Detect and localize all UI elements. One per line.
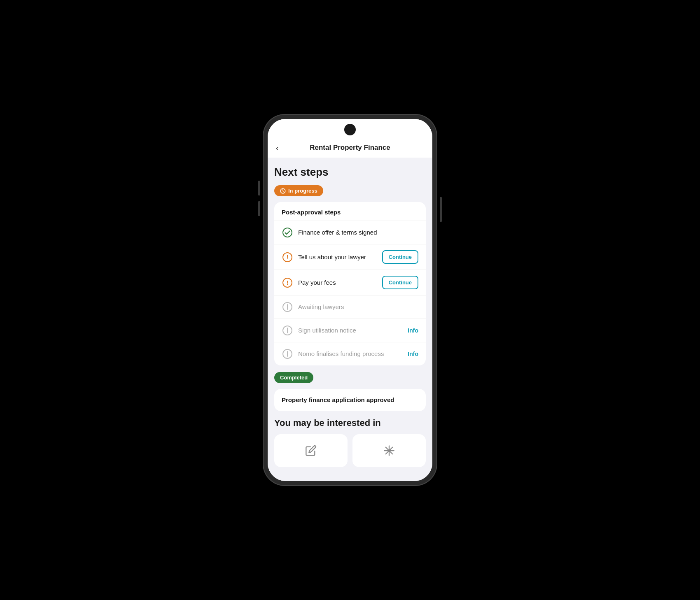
clock-icon xyxy=(280,188,286,194)
step-label-awaiting-lawyers: Awaiting lawyers xyxy=(298,303,418,311)
pending-lawyers-icon xyxy=(282,301,293,313)
back-button[interactable]: ‹ xyxy=(276,143,279,153)
completed-badge: Completed xyxy=(274,372,313,383)
step-label-sign-utilisation: Sign utilisation notice xyxy=(298,326,403,335)
step-pay-fees: ! Pay your fees Continue xyxy=(274,270,426,295)
step-finance-offer: Finance offer & terms signed xyxy=(274,221,426,244)
volume-up-button xyxy=(258,181,260,195)
phone-screen: ‹ Rental Property Finance Next steps In … xyxy=(268,119,432,481)
post-approval-card: Post-approval steps Finance offer & term… xyxy=(274,202,426,365)
phone-frame: ‹ Rental Property Finance Next steps In … xyxy=(264,115,436,485)
step-label-tell-lawyer: Tell us about your lawyer xyxy=(298,253,377,261)
step-nomo-finalises: Nomo finalises funding process Info xyxy=(274,342,426,365)
pending-utilisation-icon xyxy=(282,325,293,336)
volume-down-button xyxy=(258,201,260,216)
step-tell-lawyer: ! Tell us about your lawyer Continue xyxy=(274,244,426,270)
main-content: Next steps In progress Post-approval ste… xyxy=(268,158,432,481)
completed-card-title: Property finance application approved xyxy=(282,396,394,403)
interest-card-1[interactable] xyxy=(274,434,348,467)
camera-notch xyxy=(344,124,356,135)
warning-fees-icon: ! xyxy=(282,277,293,288)
interest-card-2[interactable] xyxy=(352,434,426,467)
completed-card: Property finance application approved xyxy=(274,389,426,411)
step-label-nomo-finalises: Nomo finalises funding process xyxy=(298,350,403,358)
card-header: Post-approval steps xyxy=(274,202,426,221)
svg-point-1 xyxy=(283,228,292,237)
step-label-pay-fees: Pay your fees xyxy=(298,279,377,287)
svg-text:!: ! xyxy=(287,254,289,260)
app-header: ‹ Rental Property Finance xyxy=(268,140,432,158)
status-bar xyxy=(268,119,432,140)
in-progress-label: In progress xyxy=(288,188,317,194)
warning-lawyer-icon: ! xyxy=(282,251,293,263)
interest-cards-row xyxy=(274,434,426,467)
in-progress-badge: In progress xyxy=(274,185,426,202)
next-steps-title: Next steps xyxy=(274,166,426,179)
info-utilisation-link[interactable]: Info xyxy=(408,327,418,334)
continue-lawyer-button[interactable]: Continue xyxy=(382,250,418,264)
pending-nomo-icon xyxy=(282,348,293,360)
step-sign-utilisation: Sign utilisation notice Info xyxy=(274,319,426,342)
svg-text:!: ! xyxy=(287,279,289,286)
completed-badge-wrapper: Completed xyxy=(274,372,426,389)
continue-fees-button[interactable]: Continue xyxy=(382,276,418,289)
info-nomo-link[interactable]: Info xyxy=(408,351,418,357)
check-icon xyxy=(282,227,293,238)
edit-icon xyxy=(305,445,317,456)
interested-section-title: You may be interested in xyxy=(274,418,426,428)
step-awaiting-lawyers: Awaiting lawyers xyxy=(274,295,426,319)
step-label-finance-offer: Finance offer & terms signed xyxy=(298,228,418,237)
header-title: Rental Property Finance xyxy=(276,144,424,152)
power-button xyxy=(440,197,442,222)
snowflake-icon xyxy=(383,445,395,456)
